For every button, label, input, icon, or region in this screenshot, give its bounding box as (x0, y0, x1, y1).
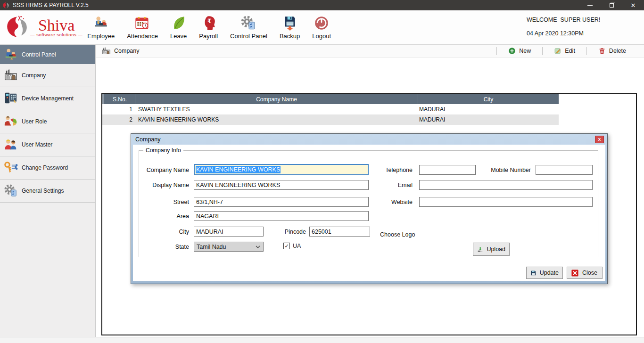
sidebar-item-company[interactable]: Company (0, 64, 95, 87)
cell-sno: 1 (104, 106, 135, 113)
email-label: Email (359, 182, 413, 188)
selected-text: KAVIN ENGINEERING WORKS (196, 166, 281, 173)
cell-company-name: KAVIN ENGINEERING WORKS (135, 116, 418, 123)
menu-label: Payroll (199, 33, 218, 40)
table-row[interactable]: 2 KAVIN ENGINEERING WORKS MADURAI (102, 114, 559, 125)
state-select[interactable]: Tamil Nadu (194, 242, 264, 252)
device-icon (4, 91, 18, 106)
toolbar: Shiva — software solutions — Employee At… (0, 10, 644, 45)
menu-item-backup[interactable]: Backup (280, 15, 300, 40)
menu-item-payroll[interactable]: ₹ Payroll (199, 15, 218, 40)
menu-item-logout[interactable]: Logout (312, 15, 331, 40)
sidebar-item-user-role[interactable]: User Role (0, 110, 95, 133)
close-button[interactable]: ✕ (622, 0, 644, 10)
user-master-icon (4, 138, 18, 152)
sidebar-item-change-password[interactable]: Change Password (0, 156, 95, 180)
dialog-title: Company (135, 136, 161, 143)
upload-button[interactable]: Upload (473, 243, 510, 256)
update-button[interactable]: Update (526, 267, 563, 279)
edit-button[interactable]: Edit (543, 47, 586, 55)
column-header-company-name[interactable]: Company Name (135, 94, 418, 104)
maximize-button[interactable] (601, 0, 622, 10)
employee-icon (93, 15, 109, 31)
sidebar-item-user-master[interactable]: User Master (0, 133, 95, 156)
pincode-input[interactable] (309, 227, 370, 237)
new-button-label: New (519, 48, 531, 54)
display-name-input[interactable] (194, 180, 369, 190)
company-name-input[interactable]: KAVIN ENGINEERING WORKS (194, 164, 369, 175)
new-button[interactable]: New (497, 47, 542, 55)
street-input[interactable] (194, 197, 369, 207)
sidebar-item-label: Company (22, 72, 46, 79)
city-input[interactable] (194, 227, 264, 237)
menu-label: Logout (312, 33, 331, 40)
menu-item-employee[interactable]: Employee (87, 15, 115, 40)
sidebar-item-label: Device Management (22, 95, 74, 102)
cell-city: MADURAI (418, 106, 559, 113)
table-header-row: S.No. Company Name City (102, 94, 559, 104)
trash-icon (598, 47, 606, 55)
ua-checkbox[interactable]: ✓ UA (283, 243, 301, 249)
edit-pencil-icon (554, 47, 561, 55)
upload-icon (477, 245, 483, 253)
menu-item-leave[interactable]: Leave (170, 15, 187, 40)
ua-checkbox-label: UA (293, 243, 301, 249)
close-dialog-button-label: Close (582, 270, 597, 276)
close-dialog-button[interactable]: Close (567, 267, 603, 279)
email-input[interactable] (419, 180, 593, 190)
control-panel-person-icon (4, 48, 18, 62)
area-input[interactable] (194, 211, 369, 221)
leave-icon (171, 15, 187, 31)
checkbox-check-icon: ✓ (283, 243, 290, 249)
column-header-city[interactable]: City (418, 94, 559, 104)
sidebar: Control Panel Company Device Management … (0, 45, 96, 337)
action-bar: New Edit Delete (496, 45, 637, 57)
app-logo-icon (2, 2, 9, 9)
sidebar-item-device-management[interactable]: Device Management (0, 87, 95, 110)
state-label: State (133, 244, 189, 250)
website-input[interactable] (419, 197, 593, 207)
gear-checklist-icon (4, 184, 18, 198)
attendance-icon (134, 15, 150, 31)
groupbox-title: Company Info (143, 147, 183, 154)
dialog-body: Company Info Company Name Display Name S… (133, 145, 605, 281)
display-name-label: Display Name (133, 182, 189, 188)
menu-item-attendance[interactable]: Attendance (127, 15, 158, 40)
key-icon (4, 161, 18, 175)
cell-company-name: SWATHY TEXTILES (135, 106, 418, 113)
main-menu: Employee Attendance Leave ₹ Payroll Cont… (87, 15, 331, 40)
shiva-swirl-icon (5, 15, 29, 40)
red-x-icon (571, 269, 579, 277)
window-titlebar: SSS HRMS & PAYROLL V.2.5 ✕ (0, 0, 644, 10)
brand-logo: Shiva — software solutions — (0, 15, 87, 40)
sidebar-item-label: Change Password (22, 164, 68, 171)
brand-tagline: — software solutions — (30, 32, 83, 37)
table-row[interactable]: 1 SWATHY TEXTILES MADURAI (102, 104, 559, 114)
edit-button-label: Edit (565, 48, 575, 54)
control-panel-icon (240, 15, 256, 31)
mobile-number-input[interactable] (536, 165, 593, 175)
restore-icon (610, 3, 614, 8)
delete-button[interactable]: Delete (587, 47, 637, 55)
sidebar-item-general-settings[interactable]: General Settings (0, 180, 95, 203)
floppy-icon (530, 269, 537, 277)
state-selected-value: Tamil Nadu (197, 244, 226, 250)
company-dialog: Company x Company Info Company Name Disp… (131, 133, 608, 284)
menu-label: Attendance (127, 33, 158, 40)
backup-icon (282, 15, 298, 31)
city-label: City (133, 229, 189, 235)
brand-name: Shiva (38, 18, 74, 33)
dialog-close-button[interactable]: x (595, 136, 604, 143)
payroll-icon: ₹ (200, 15, 216, 31)
column-header-sno[interactable]: S.No. (104, 94, 135, 104)
page-title: Company (114, 48, 140, 54)
sidebar-item-label: User Role (22, 118, 47, 125)
telephone-input[interactable] (419, 165, 476, 175)
dialog-titlebar: Company x (131, 134, 607, 145)
menu-item-control-panel[interactable]: Control Panel (230, 15, 267, 40)
factory-icon (4, 68, 18, 82)
telephone-label: Telephone (359, 167, 413, 173)
area-label: Area (133, 213, 189, 220)
minimize-button[interactable] (579, 0, 601, 10)
sidebar-item-control-panel[interactable]: Control Panel (0, 45, 95, 64)
